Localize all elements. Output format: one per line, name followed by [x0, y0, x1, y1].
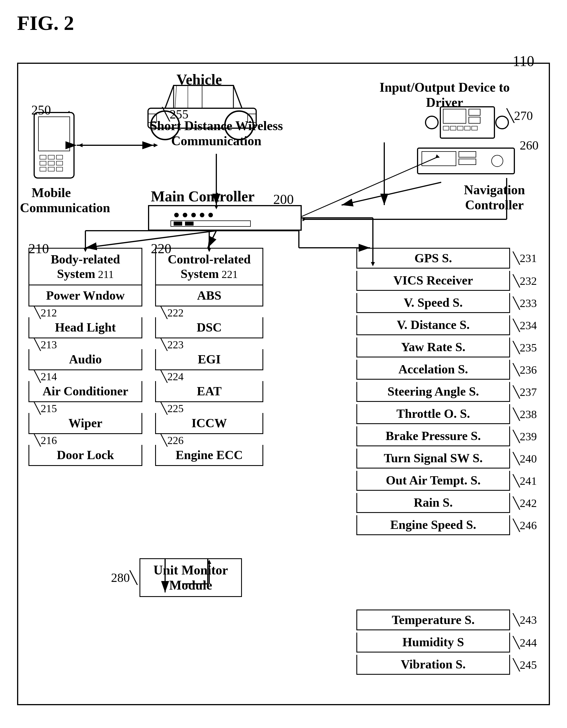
main-ctrl-box: [148, 205, 302, 231]
sensor-item-brake: Brake Pressure S. ╲239: [356, 426, 544, 446]
body-system-header: Body-relatedSystem 211: [28, 248, 142, 285]
svg-rect-11: [38, 117, 70, 151]
svg-point-42: [200, 213, 204, 217]
svg-point-22: [425, 116, 438, 129]
body-item-air-conditioner: Air Conditioner: [28, 381, 142, 402]
ref-223: ╲223: [155, 338, 263, 349]
sensor-item-humidity: Humidity S ╲244: [356, 633, 544, 653]
ref-280: 280╲: [111, 570, 137, 585]
sensor-group-2: Temperature S. ╲243 Humidity S ╲244 Vibr…: [356, 610, 544, 677]
sensor-box-accel: Accelation S.: [356, 360, 510, 380]
sensor-item-engspeed: Engine Speed S. ╲246: [356, 515, 544, 535]
svg-rect-29: [457, 126, 463, 130]
ctrl-item-eat: EAT: [155, 381, 263, 402]
sensor-item-accel: Accelation S. ╲236: [356, 360, 544, 380]
sensor-box-brake: Brake Pressure S.: [356, 426, 510, 446]
svg-rect-33: [417, 148, 514, 174]
ref-236: ╲236: [513, 363, 544, 377]
ctrl-item-engine-ecc: Engine ECC: [155, 445, 263, 466]
sensor-box-turnsig: Turn Signal SW S.: [356, 449, 510, 469]
ref-216: ╲216: [28, 434, 142, 445]
ref-225: ╲225: [155, 402, 263, 413]
sensor-item-turnsig: Turn Signal SW S. ╲240: [356, 449, 544, 469]
ref-244: ╲244: [513, 636, 544, 649]
unit-monitor-container: 280╲ Unit MonitorModule: [111, 558, 242, 597]
sensor-item-steering: Steering Angle S. ╲237: [356, 382, 544, 402]
svg-rect-45: [174, 222, 182, 226]
svg-rect-18: [40, 167, 46, 171]
sensor-box-vibration: Vibration S.: [356, 655, 510, 675]
ref-235: ╲235: [513, 341, 544, 354]
sensor-item-yaw: Yaw Rate S. ╲235: [356, 338, 544, 357]
svg-rect-30: [464, 126, 470, 130]
ref-237: ╲237: [513, 385, 544, 399]
ref-200: 200: [273, 191, 294, 207]
sensor-item-rain: Rain S. ╲242: [356, 493, 544, 513]
ref-215: ╲215: [28, 402, 142, 413]
sensor-item-vics: VICS Receiver ╲232: [356, 271, 544, 291]
svg-point-41: [191, 213, 196, 217]
body-item-wiper: Wiper: [28, 413, 142, 434]
sensor-box-vics: VICS Receiver: [356, 271, 510, 291]
svg-rect-25: [469, 109, 480, 115]
ref-233: ╲233: [513, 296, 544, 310]
sensor-box-steering: Steering Angle S.: [356, 382, 510, 402]
ref-214: ╲214: [28, 370, 142, 381]
ctrl-item-abs: ABS: [155, 285, 263, 306]
svg-rect-17: [56, 161, 63, 165]
svg-rect-36: [459, 159, 476, 165]
mobile-phone-image: [31, 111, 77, 181]
sensor-box-yaw: Yaw Rate S.: [356, 338, 510, 357]
ref-239: ╲239: [513, 430, 544, 443]
figure-label: FIG. 2: [17, 11, 74, 35]
sensor-item-vibration: Vibration S. ╲245: [356, 655, 544, 675]
mobile-comm-label: MobileCommunication: [20, 185, 83, 215]
svg-rect-46: [185, 222, 194, 226]
sensor-box-humidity: Humidity S: [356, 633, 510, 653]
svg-rect-20: [56, 167, 63, 171]
svg-rect-28: [450, 126, 456, 130]
body-item-power-window: Power Wndow: [28, 285, 142, 306]
svg-point-43: [208, 213, 213, 217]
svg-rect-13: [48, 155, 54, 159]
svg-rect-27: [443, 126, 449, 130]
svg-rect-19: [48, 167, 54, 171]
main-ctrl-label: Main Controller: [151, 188, 255, 205]
svg-rect-23: [440, 107, 494, 138]
sensor-box-rain: Rain S.: [356, 493, 510, 513]
svg-rect-26: [469, 117, 480, 123]
svg-rect-35: [459, 152, 476, 157]
ref-222: ╲222: [155, 306, 263, 317]
svg-rect-34: [422, 152, 456, 166]
body-system-column: Body-relatedSystem 211 Power Wndow ╲212 …: [28, 248, 142, 466]
svg-point-39: [174, 213, 179, 217]
svg-rect-44: [171, 221, 251, 226]
sensor-box-vspeed: V. Speed S.: [356, 293, 510, 313]
sensor-box-throttle: Throttle O. S.: [356, 404, 510, 424]
svg-rect-10: [34, 113, 74, 178]
ref-226: ╲226: [155, 434, 263, 445]
unit-monitor-box: Unit MonitorModule: [140, 558, 242, 597]
ref-270: ╲270: [507, 108, 533, 123]
svg-line-8: [175, 86, 177, 108]
ref-238: ╲238: [513, 408, 544, 421]
sensor-item-gps: GPS S. ╲231: [356, 248, 544, 269]
sensor-item-temp: Temperature S. ╲243: [356, 610, 544, 630]
ref-245: ╲245: [513, 658, 544, 672]
device-270-image: [425, 101, 510, 145]
svg-rect-12: [40, 155, 46, 159]
ctrl-item-iccw: ICCW: [155, 413, 263, 434]
sensor-box-gps: GPS S.: [356, 248, 510, 269]
short-dist-label: Short Distance WirelessCommunication: [148, 118, 284, 148]
svg-rect-14: [56, 155, 63, 159]
sensor-item-throttle: Throttle O. S. ╲238: [356, 404, 544, 424]
ref-243: ╲243: [513, 613, 544, 627]
ref-260: 260: [520, 138, 539, 153]
svg-rect-31: [472, 126, 477, 130]
ref-240: ╲240: [513, 452, 544, 465]
nav-ctrl-image: [415, 145, 517, 178]
ctrl-item-egi: EGI: [155, 349, 263, 370]
ref-246: ╲246: [513, 519, 544, 532]
control-system-column: Control-relatedSystem 221 ABS ╲222 DSC ╲…: [155, 248, 263, 466]
body-item-audio: Audio: [28, 349, 142, 370]
